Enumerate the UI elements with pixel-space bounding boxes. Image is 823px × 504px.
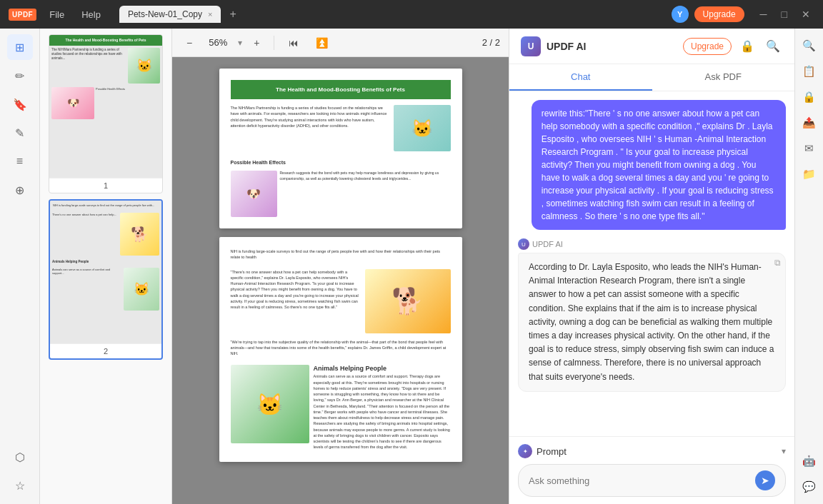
ai-label-dot: U [518, 238, 529, 250]
thumbnail-img-1: The Health and Mood-Boosting Benefits of… [49, 35, 162, 178]
right-icon-search[interactable]: 🔍 [798, 34, 821, 57]
ai-response-text: According to Dr. Layla Esposito, who lea… [529, 262, 774, 382]
ai-prompt-bar: ✦ Prompt ▾ ➤ [509, 436, 794, 504]
page1-dog-image: 🐶 [231, 171, 277, 217]
sidebar-icon-ocr[interactable]: ⊕ [7, 177, 33, 203]
page-info: 2 / 2 [482, 37, 500, 48]
prompt-icon: ✦ [518, 444, 532, 458]
titlebar-right: Y Upgrade ─ □ ✕ [672, 6, 814, 23]
ai-messages: rewrite this:"There ' s no one answer ab… [509, 91, 794, 436]
right-icon-protect[interactable]: 🔒 [798, 86, 821, 109]
right-icon-share[interactable]: 📤 [798, 111, 821, 134]
left-sidebar: ⊞ ✏ 🔖 ✎ ≡ ⊕ ⬡ ☆ [0, 29, 40, 504]
menu-help[interactable]: Help [74, 6, 108, 23]
right-icon-folder[interactable]: 📁 [798, 163, 821, 186]
toolbar-divider [274, 36, 274, 50]
page2-animals-text: Animals can serve as a source of comfort… [314, 373, 451, 450]
page1-effects-text: Research suggests that the bond with pet… [280, 171, 451, 217]
right-icon-ai[interactable]: 🤖 [798, 450, 821, 473]
ai-logo: U [521, 36, 541, 56]
tab-bar: Pets-New-01_Copy × + [119, 5, 660, 24]
thumb1-title: The Health and Mood-Boosting Benefits of… [49, 35, 162, 46]
document-toolbar: − 56% ▾ + ⏮ ⏫ 2 / 2 [172, 29, 509, 57]
sidebar-icon-edit[interactable]: ✏ [7, 63, 33, 89]
sidebar-icon-annotate[interactable]: ✎ [7, 120, 33, 146]
nav-prev-button[interactable]: ⏫ [310, 34, 334, 51]
page2-cat-image: 🐱 [231, 365, 309, 443]
user-avatar: Y [672, 6, 689, 23]
thumbnail-label-1: 1 [49, 178, 162, 193]
thumbnail-label-2: 2 [50, 343, 161, 358]
zoom-in-button[interactable]: + [248, 34, 265, 51]
right-icon-chat[interactable]: 💬 [798, 475, 821, 498]
page2-quote-text: "There's no one answer about how a pet c… [231, 269, 361, 333]
right-icon-ocr[interactable]: 📋 [798, 60, 821, 83]
nav-first-button[interactable]: ⏮ [283, 34, 304, 51]
right-icon-email[interactable]: ✉ [798, 137, 821, 160]
titlebar-menu: File Help [42, 6, 108, 23]
prompt-label: Prompt [537, 446, 567, 457]
zoom-value: 56% [204, 37, 232, 48]
thumbnail-panel: The Health and Mood-Boosting Benefits of… [40, 29, 172, 504]
page2-connection-text: "We're trying to tap into the subjective… [231, 339, 451, 357]
ai-label-text: UPDF AI [532, 240, 563, 248]
tab-ask-pdf[interactable]: Ask PDF [652, 64, 795, 91]
page1-cat-image: 🐱 [394, 105, 451, 151]
ai-message-label: U UPDF AI [518, 238, 786, 250]
prompt-header: ✦ Prompt ▾ [518, 444, 786, 458]
main-layout: ⊞ ✏ 🔖 ✎ ≡ ⊕ ⬡ ☆ The Health and Mood-Boos… [0, 29, 823, 504]
copy-response-button[interactable]: ⧉ [774, 258, 781, 268]
add-tab-button[interactable]: + [224, 5, 241, 24]
tab-label: Pets-New-01_Copy [128, 9, 202, 19]
maximize-button[interactable]: □ [777, 7, 792, 21]
zoom-dropdown-icon[interactable]: ▾ [238, 38, 242, 48]
upgrade-button[interactable]: Upgrade [694, 6, 744, 22]
prompt-chevron-icon[interactable]: ▾ [782, 446, 786, 456]
page2-animals-title: Animals Helping People [314, 365, 451, 372]
page1-text: The NIH/Mars Partnership is funding a se… [231, 105, 389, 151]
menu-file[interactable]: File [42, 6, 71, 23]
thumbnail-img-2: NIH is funding large-scale surveys to fi… [50, 201, 161, 343]
ai-message-wrapper: U UPDF AI ⧉ According to Dr. Layla Espos… [518, 238, 786, 392]
ai-upgrade-button[interactable]: Upgrade [683, 38, 732, 55]
page2-nih-text: NIH is funding large-scale surveys to fi… [231, 248, 451, 261]
thumbnail-page-2[interactable]: NIH is funding large-scale surveys to fi… [49, 199, 163, 360]
ai-title: UPDF AI [547, 41, 586, 52]
thumbnail-page-1[interactable]: The Health and Mood-Boosting Benefits of… [49, 34, 163, 193]
ai-panel: U UPDF AI Upgrade 🔒 🔍 Chat Ask PDF rewri… [509, 29, 794, 504]
sidebar-icon-star[interactable]: ☆ [7, 473, 33, 498]
send-button[interactable]: ➤ [755, 470, 775, 490]
document-content: The Health and Mood-Boosting Benefits of… [172, 57, 509, 504]
tab-chat[interactable]: Chat [509, 64, 652, 91]
minimize-button[interactable]: ─ [756, 7, 772, 21]
prompt-input[interactable] [529, 475, 749, 486]
ai-header-right: Upgrade 🔒 🔍 [683, 36, 783, 56]
ai-search-button[interactable]: 🔍 [763, 36, 783, 56]
tab-pets[interactable]: Pets-New-01_Copy × [119, 6, 221, 23]
user-message: rewrite this:"There ' s no one answer ab… [532, 100, 786, 230]
document-page-2: NIH is funding large-scale surveys to fi… [219, 237, 462, 462]
prompt-input-row: ➤ [518, 464, 786, 497]
page2-dog-image: 🐕 [365, 269, 451, 333]
zoom-out-button[interactable]: − [181, 34, 198, 51]
window-controls: ─ □ ✕ [756, 7, 814, 21]
ai-header: U UPDF AI Upgrade 🔒 🔍 [509, 29, 794, 64]
page1-effects-header: Possible Health Effects [231, 160, 451, 165]
titlebar: UPDF File Help Pets-New-01_Copy × + Y Up… [0, 0, 823, 29]
updf-logo: UPDF [9, 9, 36, 21]
ai-lock-button[interactable]: 🔒 [737, 36, 757, 56]
document-page-1: The Health and Mood-Boosting Benefits of… [219, 69, 462, 228]
sidebar-icon-layers[interactable]: ⬡ [7, 444, 33, 470]
tab-close-btn[interactable]: × [208, 10, 212, 19]
ai-response: ⧉ According to Dr. Layla Esposito, who l… [518, 253, 786, 392]
sidebar-icon-view[interactable]: ⊞ [7, 34, 33, 60]
close-button[interactable]: ✕ [797, 7, 814, 21]
sidebar-icon-pages[interactable]: ≡ [7, 148, 33, 174]
sidebar-icon-bookmark[interactable]: 🔖 [7, 91, 33, 117]
page1-title: The Health and Mood-Boosting Benefits of… [231, 80, 451, 99]
document-viewer: − 56% ▾ + ⏮ ⏫ 2 / 2 The Health and Mood-… [172, 29, 509, 504]
ai-tabs: Chat Ask PDF [509, 64, 794, 91]
right-sidebar: 🔍 📋 🔒 📤 ✉ 📁 🤖 💬 [794, 29, 823, 504]
